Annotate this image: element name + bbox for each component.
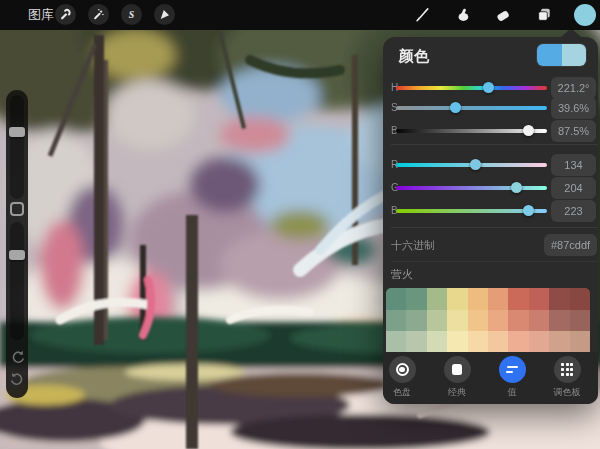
smudge-button[interactable] [451, 3, 475, 27]
brush-opacity-slider[interactable] [10, 222, 24, 340]
svg-text:S: S [129, 9, 135, 20]
green-slider[interactable] [396, 186, 547, 190]
palette-swatch[interactable] [386, 331, 406, 353]
palette-swatch[interactable] [386, 310, 406, 332]
sliders-icon [506, 366, 518, 374]
palette-swatch[interactable] [508, 310, 528, 332]
palette-swatch[interactable] [406, 310, 426, 332]
hex-value-field[interactable]: #87cddf [544, 234, 597, 256]
smudge-icon [454, 6, 472, 24]
layers-icon [535, 6, 553, 24]
selection-button[interactable]: S [121, 4, 142, 25]
swatch-current [562, 44, 587, 66]
palette-swatch[interactable] [447, 310, 467, 332]
grid-icon [561, 363, 573, 375]
undo-button[interactable] [10, 350, 25, 363]
palette-swatch[interactable] [406, 288, 426, 310]
disc-icon [396, 363, 409, 376]
brush-button[interactable] [410, 3, 434, 27]
palette-swatch[interactable] [529, 310, 549, 332]
color-history-swatch[interactable] [536, 43, 587, 67]
palette-swatch[interactable] [549, 288, 569, 310]
blue-slider-row: B 223 [383, 200, 598, 222]
actions-button[interactable] [55, 4, 76, 25]
brightness-slider[interactable] [396, 129, 547, 133]
color-button[interactable] [574, 4, 596, 26]
brightness-value: 87.5% [551, 120, 596, 142]
divider [391, 144, 598, 145]
slider-thumb[interactable] [483, 82, 494, 93]
palette-swatch[interactable] [386, 288, 406, 310]
red-slider-row: R 134 [383, 154, 598, 176]
modify-button[interactable] [10, 202, 24, 216]
palette-swatch[interactable] [570, 331, 590, 353]
magic-wand-icon [91, 7, 106, 22]
brush-icon [413, 6, 431, 24]
blue-value: 223 [551, 200, 596, 222]
palette-swatch[interactable] [570, 310, 590, 332]
hue-slider[interactable] [396, 86, 547, 90]
selection-icon: S [124, 7, 139, 22]
brush-opacity-handle[interactable] [9, 250, 25, 260]
palette-swatch[interactable] [427, 310, 447, 332]
hex-row: 十六进制 #87cddf [383, 234, 598, 256]
green-value: 204 [551, 177, 596, 199]
layers-button[interactable] [532, 3, 556, 27]
blue-slider[interactable] [396, 209, 547, 213]
top-toolbar: 图库 S [0, 0, 600, 30]
brush-size-handle[interactable] [9, 127, 25, 137]
palette-swatch[interactable] [549, 331, 569, 353]
tab-label: 值 [485, 386, 539, 399]
hex-label: 十六进制 [391, 234, 435, 256]
palette-swatch[interactable] [529, 331, 549, 353]
color-panel: 颜色 H 221.2° S 39.6% B 87.5% [383, 37, 598, 404]
palette-swatch[interactable] [427, 331, 447, 353]
slider-thumb[interactable] [523, 125, 534, 136]
saturation-slider[interactable] [396, 106, 547, 110]
palette-swatch[interactable] [570, 288, 590, 310]
palette-swatch[interactable] [488, 310, 508, 332]
slider-thumb[interactable] [511, 182, 522, 193]
palette-swatch[interactable] [488, 288, 508, 310]
hue-slider-row: H 221.2° [383, 77, 598, 99]
palette-swatch[interactable] [468, 331, 488, 353]
divider [391, 261, 598, 262]
classic-icon [452, 364, 463, 375]
transform-button[interactable] [154, 4, 175, 25]
palette-swatch[interactable] [488, 331, 508, 353]
palette-swatch[interactable] [508, 331, 528, 353]
transform-arrow-icon [157, 7, 172, 22]
palette-swatch[interactable] [406, 331, 426, 353]
palette-grid [386, 288, 590, 353]
divider [391, 227, 598, 228]
tab-disc[interactable]: 色盘 [375, 356, 429, 399]
green-slider-row: G 204 [383, 177, 598, 199]
red-value: 134 [551, 154, 596, 176]
palette-swatch[interactable] [447, 331, 467, 353]
wrench-icon [58, 7, 73, 22]
tab-classic[interactable]: 经典 [430, 356, 484, 399]
palette-swatch[interactable] [427, 288, 447, 310]
tab-value[interactable]: 值 [485, 356, 539, 399]
palette-swatch[interactable] [447, 288, 467, 310]
palette-swatch[interactable] [468, 310, 488, 332]
adjustments-button[interactable] [88, 4, 109, 25]
palette-swatch[interactable] [508, 288, 528, 310]
swatch-previous [537, 44, 562, 66]
red-slider[interactable] [396, 163, 547, 167]
eraser-button[interactable] [491, 3, 515, 27]
redo-button[interactable] [10, 372, 25, 385]
saturation-slider-row: S 39.6% [383, 97, 598, 119]
sidebar [6, 90, 28, 398]
slider-thumb[interactable] [523, 205, 534, 216]
brush-size-slider[interactable] [10, 95, 24, 199]
tab-palettes[interactable]: 调色板 [540, 356, 594, 399]
undo-icon [10, 350, 25, 363]
palette-swatch[interactable] [529, 288, 549, 310]
tab-label: 调色板 [540, 386, 594, 399]
palette-swatch[interactable] [549, 310, 569, 332]
gallery-button[interactable]: 图库 [28, 0, 54, 30]
palette-swatch[interactable] [468, 288, 488, 310]
slider-thumb[interactable] [450, 102, 461, 113]
slider-thumb[interactable] [470, 159, 481, 170]
